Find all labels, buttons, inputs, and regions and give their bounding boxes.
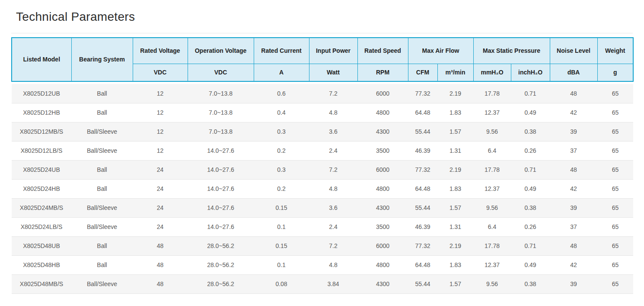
cell-rated-current-a: 0.15	[254, 236, 309, 255]
cell-max-air-flow-cfm: 77.32	[408, 236, 437, 255]
cell-input-power-watt: 3.84	[309, 274, 357, 293]
cell-weight-g: 65	[597, 255, 633, 274]
cell-bearing-system: Ball	[71, 84, 133, 103]
cell-operation-voltage-vdc: 7.0~13.8	[188, 84, 254, 103]
col-header-input-power: Input Power	[309, 38, 357, 64]
cell-input-power-watt: 7.2	[309, 84, 357, 103]
table-row: X8025D48HBBall4828.0~56.20.14.8480064.48…	[12, 255, 633, 274]
cell-listed-model: X8025D24HB	[12, 179, 71, 198]
cell-max-static-pressure-mmh2o: 12.37	[473, 179, 511, 198]
cell-max-air-flow-m3min: 1.83	[437, 179, 473, 198]
cell-rated-speed-rpm: 6000	[357, 84, 408, 103]
cell-max-static-pressure-mmh2o: 17.78	[473, 160, 511, 179]
cell-listed-model: X8025D48MB/S	[12, 274, 71, 293]
cell-max-static-pressure-mmh2o: 6.4	[473, 141, 511, 160]
title-divider	[11, 33, 633, 33]
cell-max-air-flow-cfm: 46.39	[408, 217, 437, 236]
cell-bearing-system: Ball	[71, 236, 133, 255]
cell-bearing-system: Ball/Sleeve	[71, 122, 133, 141]
cell-input-power-watt: 3.6	[309, 198, 357, 217]
cell-listed-model: X8025D12HB	[12, 103, 71, 122]
cell-input-power-watt: 7.2	[309, 236, 357, 255]
cell-noise-level-dba: 37	[550, 217, 597, 236]
cell-max-static-pressure-inchh2o: 0.38	[511, 274, 550, 293]
cell-max-air-flow-m3min: 2.19	[437, 236, 473, 255]
cell-rated-speed-rpm: 4300	[357, 122, 408, 141]
cell-rated-voltage-vdc: 12	[133, 122, 188, 141]
cell-rated-current-a: 0.2	[254, 179, 309, 198]
table-body: X8025D12UBBall127.0~13.80.67.2600077.322…	[12, 81, 633, 293]
cell-noise-level-dba: 39	[550, 198, 597, 217]
col-header-max-static-pressure: Max Static Pressure	[473, 38, 550, 64]
cell-rated-current-a: 0.3	[254, 122, 309, 141]
cell-rated-voltage-vdc: 24	[133, 179, 188, 198]
cell-rated-current-a: 0.6	[254, 84, 309, 103]
unit-rated-current: A	[254, 64, 309, 81]
cell-input-power-watt: 2.4	[309, 217, 357, 236]
cell-noise-level-dba: 39	[550, 274, 597, 293]
cell-noise-level-dba: 37	[550, 141, 597, 160]
cell-operation-voltage-vdc: 28.0~56.2	[188, 255, 254, 274]
cell-listed-model: X8025D12MB/S	[12, 122, 71, 141]
cell-noise-level-dba: 48	[550, 84, 597, 103]
cell-max-static-pressure-inchh2o: 0.49	[511, 255, 550, 274]
cell-max-air-flow-m3min: 1.57	[437, 274, 473, 293]
cell-max-static-pressure-mmh2o: 12.37	[473, 255, 511, 274]
cell-rated-speed-rpm: 4800	[357, 103, 408, 122]
cell-listed-model: X8025D12UB	[12, 84, 71, 103]
cell-max-static-pressure-inchh2o: 0.71	[511, 160, 550, 179]
cell-weight-g: 65	[597, 160, 633, 179]
cell-bearing-system: Ball	[71, 160, 133, 179]
cell-max-static-pressure-mmh2o: 9.56	[473, 274, 511, 293]
table-row: X8025D24LB/SBall/Sleeve2414.0~27.60.12.4…	[12, 217, 633, 236]
cell-max-static-pressure-inchh2o: 0.26	[511, 141, 550, 160]
unit-pressure-inchh2o: inchH₂O	[511, 64, 550, 81]
cell-listed-model: X8025D24UB	[12, 160, 71, 179]
cell-rated-speed-rpm: 4300	[357, 198, 408, 217]
cell-max-air-flow-cfm: 64.48	[408, 103, 437, 122]
unit-air-flow-m3min: m³/min	[437, 64, 473, 81]
table-row: X8025D12MB/SBall/Sleeve127.0~13.80.33.64…	[12, 122, 633, 141]
cell-max-static-pressure-mmh2o: 9.56	[473, 122, 511, 141]
cell-max-air-flow-m3min: 1.57	[437, 198, 473, 217]
cell-rated-voltage-vdc: 12	[133, 141, 188, 160]
cell-operation-voltage-vdc: 7.0~13.8	[188, 103, 254, 122]
cell-weight-g: 65	[597, 274, 633, 293]
cell-rated-speed-rpm: 4800	[357, 179, 408, 198]
table-row: X8025D48MB/SBall/Sleeve4828.0~56.20.083.…	[12, 274, 633, 293]
col-header-noise-level: Noise Level	[550, 38, 597, 64]
cell-max-static-pressure-mmh2o: 9.56	[473, 198, 511, 217]
cell-rated-current-a: 0.4	[254, 103, 309, 122]
cell-operation-voltage-vdc: 7.0~13.8	[188, 122, 254, 141]
cell-noise-level-dba: 42	[550, 179, 597, 198]
unit-air-flow-cfm: CFM	[408, 64, 437, 81]
cell-rated-current-a: 0.1	[254, 217, 309, 236]
cell-rated-speed-rpm: 4800	[357, 255, 408, 274]
cell-bearing-system: Ball	[71, 179, 133, 198]
col-header-rated-voltage: Rated Voltage	[133, 38, 188, 64]
cell-rated-speed-rpm: 6000	[357, 160, 408, 179]
cell-operation-voltage-vdc: 14.0~27.6	[188, 217, 254, 236]
cell-max-static-pressure-inchh2o: 0.71	[511, 236, 550, 255]
table-header: Listed Model Bearing System Rated Voltag…	[12, 38, 633, 81]
cell-operation-voltage-vdc: 28.0~56.2	[188, 274, 254, 293]
cell-max-air-flow-cfm: 64.48	[408, 179, 437, 198]
cell-weight-g: 65	[597, 141, 633, 160]
cell-max-air-flow-m3min: 1.83	[437, 255, 473, 274]
cell-rated-speed-rpm: 6000	[357, 236, 408, 255]
page-title: Technical Parameters	[0, 0, 644, 24]
cell-listed-model: X8025D48HB	[12, 255, 71, 274]
cell-rated-voltage-vdc: 24	[133, 160, 188, 179]
cell-max-static-pressure-inchh2o: 0.38	[511, 198, 550, 217]
col-header-operation-voltage: Operation Voltage	[188, 38, 254, 64]
cell-max-air-flow-cfm: 77.32	[408, 160, 437, 179]
cell-max-static-pressure-inchh2o: 0.26	[511, 217, 550, 236]
cell-bearing-system: Ball/Sleeve	[71, 198, 133, 217]
cell-weight-g: 65	[597, 217, 633, 236]
cell-noise-level-dba: 42	[550, 103, 597, 122]
col-header-max-air-flow: Max Air Flow	[408, 38, 473, 64]
unit-input-power: Watt	[309, 64, 357, 81]
cell-bearing-system: Ball/Sleeve	[71, 217, 133, 236]
unit-noise-level: dBA	[550, 64, 597, 81]
cell-max-air-flow-m3min: 2.19	[437, 84, 473, 103]
